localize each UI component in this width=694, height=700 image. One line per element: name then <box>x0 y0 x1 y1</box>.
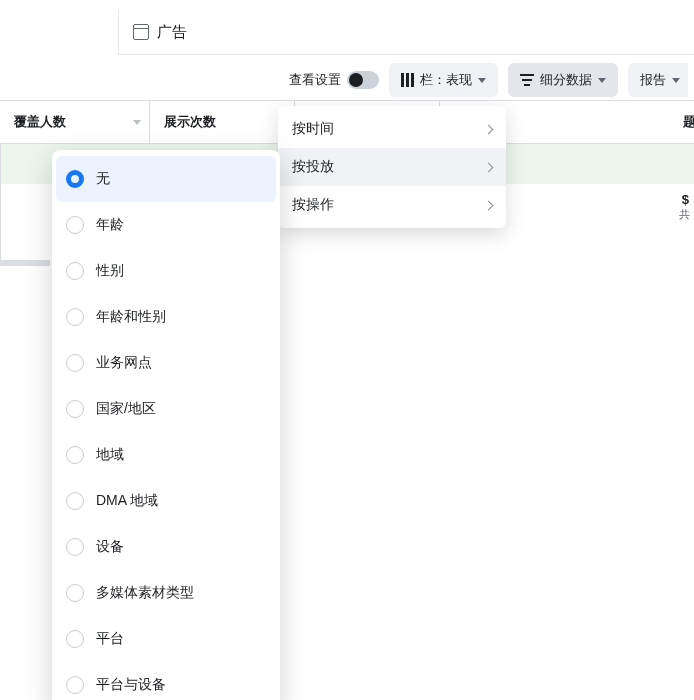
breakdown-option-label: 无 <box>96 170 110 188</box>
columns-icon <box>401 73 414 87</box>
svg-rect-0 <box>520 74 534 76</box>
breakdown-option-label: 设备 <box>96 538 124 556</box>
menu-item-by-time[interactable]: 按时间 <box>278 110 506 148</box>
caret-down-icon <box>598 78 606 83</box>
breakdown-option-label: 国家/地区 <box>96 400 156 418</box>
breakdown-option-label: 多媒体素材类型 <box>96 584 194 602</box>
radio-icon <box>66 676 84 694</box>
radio-icon <box>66 354 84 372</box>
breakdown-option[interactable]: 地域 <box>52 432 280 478</box>
columns-label: 栏：表现 <box>420 71 472 89</box>
caret-down-icon <box>672 78 680 83</box>
breakdown-option[interactable]: 性别 <box>52 248 280 294</box>
sort-caret-icon <box>133 120 141 125</box>
summary-sub: 共 <box>679 207 690 222</box>
breakdown-button[interactable]: 细分数据 <box>508 63 618 97</box>
chevron-right-icon <box>484 124 494 134</box>
svg-rect-1 <box>522 79 532 81</box>
column-label: 覆盖人数 <box>14 113 66 131</box>
breakdown-option-label: 平台与设备 <box>96 676 166 694</box>
chevron-right-icon <box>484 162 494 172</box>
breakdown-option[interactable]: 业务网点 <box>52 340 280 386</box>
breakdown-option[interactable]: 设备 <box>52 524 280 570</box>
report-label: 报告 <box>640 71 666 89</box>
breakdown-options-panel: 无年龄性别年龄和性别业务网点国家/地区地域DMA 地域设备多媒体素材类型平台平台… <box>52 150 280 700</box>
breakdown-option[interactable]: 平台 <box>52 616 280 662</box>
radio-icon <box>66 216 84 234</box>
breakdown-option-label: 性别 <box>96 262 124 280</box>
view-settings[interactable]: 查看设置 <box>289 71 379 89</box>
tab-bar: 广告 <box>118 10 694 55</box>
breakdown-option[interactable]: 无 <box>56 156 276 202</box>
radio-icon <box>66 170 84 188</box>
breakdown-option[interactable]: 多媒体素材类型 <box>52 570 280 616</box>
caret-down-icon <box>478 78 486 83</box>
menu-item-label: 按操作 <box>292 196 334 214</box>
toolbar: 查看设置 栏：表现 细分数据 报告 <box>0 60 694 100</box>
tab-label: 广告 <box>157 23 187 42</box>
breakdown-option-label: 平台 <box>96 630 124 648</box>
breakdown-option[interactable]: 国家/地区 <box>52 386 280 432</box>
chevron-right-icon <box>484 200 494 210</box>
breakdown-option[interactable]: DMA 地域 <box>52 478 280 524</box>
divider <box>0 144 1 264</box>
radio-icon <box>66 630 84 648</box>
radio-icon <box>66 584 84 602</box>
ad-icon <box>133 24 149 40</box>
breakdown-option-label: 业务网点 <box>96 354 152 372</box>
column-reach[interactable]: 覆盖人数 <box>0 101 150 143</box>
breakdown-option-label: 地域 <box>96 446 124 464</box>
menu-item-by-delivery[interactable]: 按投放 <box>278 148 506 186</box>
radio-icon <box>66 400 84 418</box>
radio-icon <box>66 492 84 510</box>
breakdown-option[interactable]: 年龄 <box>52 202 280 248</box>
radio-icon <box>66 308 84 326</box>
report-button[interactable]: 报告 <box>628 63 688 97</box>
menu-item-by-action[interactable]: 按操作 <box>278 186 506 224</box>
radio-icon <box>66 262 84 280</box>
breakdown-option[interactable]: 年龄和性别 <box>52 294 280 340</box>
breakdown-menu: 按时间 按投放 按操作 <box>278 106 506 228</box>
menu-item-label: 按时间 <box>292 120 334 138</box>
radio-icon <box>66 446 84 464</box>
summary-value: $ <box>679 192 690 207</box>
column-label: 展示次数 <box>164 113 216 131</box>
view-settings-label: 查看设置 <box>289 71 341 89</box>
tab-ads[interactable]: 广告 <box>119 10 201 54</box>
column-label-partial: 题 <box>683 113 694 131</box>
breakdown-option-label: DMA 地域 <box>96 492 158 510</box>
breakdown-option-label: 年龄 <box>96 216 124 234</box>
divider <box>0 260 50 266</box>
columns-button[interactable]: 栏：表现 <box>389 63 498 97</box>
menu-item-label: 按投放 <box>292 158 334 176</box>
toggle-switch[interactable] <box>347 71 379 89</box>
breakdown-option[interactable]: 平台与设备 <box>52 662 280 700</box>
summary-cell: $ 共 <box>679 192 690 222</box>
svg-rect-2 <box>524 84 530 86</box>
radio-icon <box>66 538 84 556</box>
breakdown-icon <box>520 73 534 87</box>
breakdown-label: 细分数据 <box>540 71 592 89</box>
column-impressions[interactable]: 展示次数 <box>150 101 295 143</box>
breakdown-option-label: 年龄和性别 <box>96 308 166 326</box>
